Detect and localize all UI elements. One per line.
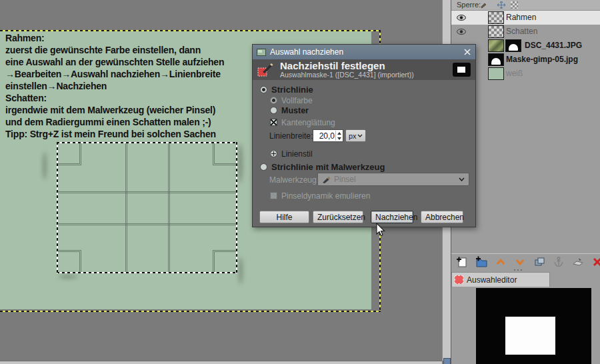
linienstil-expander-icon[interactable] (270, 150, 277, 157)
malwerkzeug-value: Pinsel (334, 175, 455, 184)
duplicate-layer-icon[interactable] (533, 256, 545, 268)
canvas-text-line: Schatten: (5, 92, 259, 104)
unit-dropdown[interactable]: px (345, 129, 366, 142)
navigation-button[interactable] (443, 358, 451, 364)
layer-row-schatten[interactable]: Schatten (451, 25, 600, 39)
anchor-icon[interactable] (553, 256, 565, 268)
linienbreite-input[interactable]: 20,0 (313, 129, 343, 142)
lock-row: Sperre: (451, 0, 600, 11)
frame-grid-line (125, 143, 127, 272)
edit-layer-icon[interactable] (572, 256, 584, 268)
tab-auswahleditor[interactable]: Auswahleditor (451, 272, 550, 287)
lock-position-icon[interactable] (497, 1, 505, 9)
layer-name[interactable]: weiß (506, 69, 523, 78)
canvas-text-line: →Bearbeiten→Auswahl nachziehen→Linienbre… (5, 68, 259, 80)
linienbreite-value: 20,0 (319, 131, 335, 141)
hilfe-button[interactable]: Hilfe (259, 211, 309, 223)
dialog-header-subtitle: Auswahlmaske-1 ([DSC_4431] (importiert)) (280, 71, 414, 79)
vollfarbe-radio[interactable] (270, 97, 277, 104)
muster-radio[interactable] (270, 107, 277, 114)
selection-frame[interactable] (57, 142, 237, 273)
mouse-cursor-icon (375, 223, 386, 237)
selection-editor-preview[interactable] (476, 288, 591, 364)
layer-thumbnail[interactable] (488, 53, 504, 66)
vollfarbe-label[interactable]: Vollfarbe (281, 96, 313, 105)
frame-grid-line (168, 143, 170, 272)
layer-row-rahmen[interactable]: Rahmen (451, 11, 600, 25)
frame-corner (213, 250, 236, 272)
layer-name[interactable]: Schatten (506, 27, 537, 36)
eye-icon[interactable] (457, 15, 466, 21)
layer-name[interactable]: DSC_4431.JPG (525, 41, 582, 50)
spin-down-icon[interactable] (337, 137, 341, 140)
layer-name[interactable]: Maske-gimp-05.jpg (506, 55, 578, 64)
strichlinie-label[interactable]: Strichlinie (271, 85, 313, 95)
painted-shadow (43, 152, 47, 180)
linienstil-label[interactable]: Linienstil (281, 149, 313, 159)
lower-layer-icon[interactable] (514, 256, 526, 268)
zuruecksetzen-button[interactable]: Zurücksetzen (313, 211, 363, 223)
dialog-titlebar[interactable]: Auswahl nachziehen (253, 45, 475, 59)
canvas-text-line: irgendwie mit dem Malwerkzeug (weicher P… (5, 104, 259, 116)
painted-shadow (239, 257, 243, 284)
selection-editor-icon (455, 275, 463, 284)
layers-toolbar (451, 253, 600, 270)
layer-thumbnail[interactable] (488, 11, 504, 24)
abbrechen-button[interactable]: Abbrechen (421, 211, 463, 223)
spin-up-icon[interactable] (337, 132, 341, 135)
kantenglaettung-label[interactable]: Kantenglättung (281, 118, 335, 127)
chevron-down-icon (357, 134, 363, 137)
lock-label: Sperre: (457, 1, 481, 9)
muster-label[interactable]: Muster (281, 106, 309, 115)
pinseldynamik-checkbox[interactable] (270, 192, 277, 199)
layer-thumbnail[interactable] (488, 39, 504, 52)
layer-thumbnail[interactable] (488, 25, 504, 38)
canvas-text-line: Tipp: Strg+Z ist mein Freund bei solchen… (5, 128, 259, 140)
layer-boundary-top (0, 30, 381, 31)
painted-shadow (238, 144, 243, 183)
pinseldynamik-label[interactable]: Pinseldynamik emulieren (281, 191, 370, 201)
selection-thumbnail (453, 63, 471, 77)
canvas-text-line: einstellen→Nachziehen (5, 80, 259, 92)
gimp-window: Rahmen: zuerst die gewünschte Farbe eins… (0, 0, 600, 364)
canvas-text-line: und dem Radiergummi einen Schatten malen… (5, 116, 259, 128)
new-group-icon[interactable] (475, 256, 487, 268)
malwerkzeug-dropdown[interactable]: Pinsel (317, 173, 469, 186)
frame-corner (213, 143, 236, 165)
strichlinie-radio[interactable] (260, 86, 267, 93)
layer-thumbnail[interactable] (488, 67, 504, 80)
frame-corner (58, 250, 81, 272)
eye-icon[interactable] (457, 29, 466, 35)
spinner-buttons[interactable] (335, 131, 342, 141)
canvas-text-line: zuerst die gewünschte Farbe einstellen, … (5, 44, 259, 56)
raise-layer-icon[interactable] (495, 256, 507, 268)
layer-boundary-bottom (0, 311, 381, 312)
painted-shadow (59, 275, 77, 279)
selection-editor-tab-label: Auswahleditor (467, 275, 517, 285)
strichlinie-malwerkzeug-label[interactable]: Strichlinie mit Malwerkzeug (271, 162, 385, 172)
marching-ants-right (236, 142, 237, 273)
malwerkzeug-label: Malwerkzeug: (269, 175, 319, 185)
canvas-text-line: Rahmen: (5, 32, 259, 44)
selection-preview-shape (505, 317, 555, 355)
linienbreite-label: Linienbreite: (269, 131, 313, 141)
new-layer-icon[interactable] (456, 256, 468, 268)
frame-grid-line (58, 191, 236, 193)
chevron-down-icon (459, 177, 465, 181)
marching-ants-bottom (57, 272, 237, 273)
strichlinie-malwerkzeug-radio[interactable] (260, 163, 267, 171)
dialog-header-title: Nachziehstil festlegen (280, 61, 414, 71)
horizontal-scrollbar[interactable] (0, 361, 442, 364)
close-icon[interactable] (463, 48, 471, 56)
marching-ants-top (57, 142, 237, 143)
delete-layer-icon[interactable] (591, 256, 600, 268)
layer-mask-thumbnail[interactable] (505, 39, 521, 52)
kantenglaettung-checkbox[interactable] (270, 119, 277, 126)
lock-alpha-icon[interactable] (511, 1, 518, 9)
brush-icon (322, 176, 331, 183)
nachziehen-button[interactable]: Nachziehen (371, 211, 413, 223)
stroke-style-icon (257, 63, 275, 77)
dialog-title: Auswahl nachziehen (270, 47, 463, 57)
layer-name[interactable]: Rahmen (506, 13, 536, 22)
lock-paint-icon[interactable] (479, 1, 487, 9)
